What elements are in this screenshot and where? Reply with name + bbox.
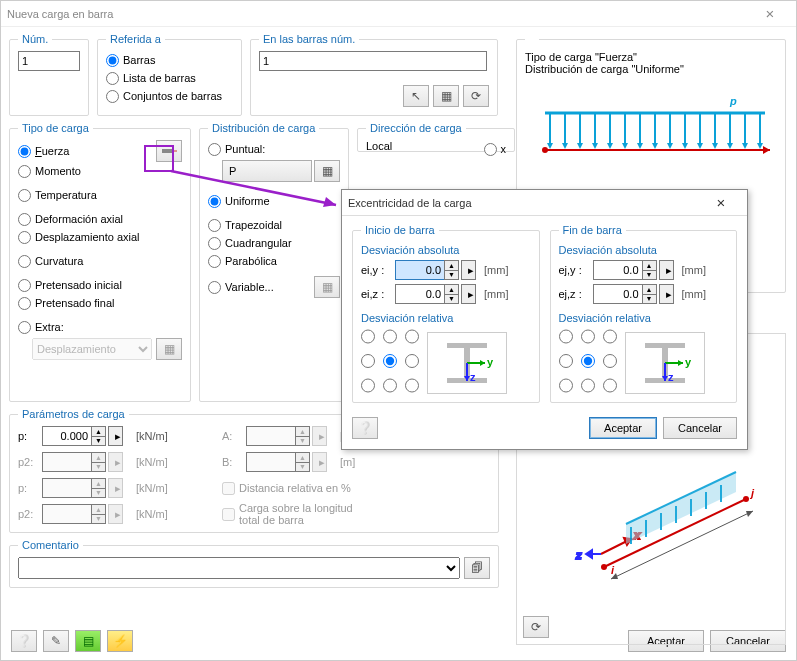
svg-point-35 xyxy=(542,147,548,153)
comment-group: Comentario 🗐 xyxy=(9,539,499,588)
svg-text:y: y xyxy=(487,356,494,368)
param-pp-unit: [kN/m] xyxy=(136,482,182,494)
eiz-unit: [mm] xyxy=(484,288,508,300)
ref-barras[interactable]: Barras xyxy=(106,51,233,69)
inicio-rel-grid[interactable] xyxy=(361,328,419,394)
tipo-curvatura[interactable]: Curvatura xyxy=(18,252,182,270)
svg-text:z: z xyxy=(470,371,476,383)
preview-p-label: p xyxy=(729,95,737,107)
footer-green-icon[interactable]: ▤ xyxy=(75,630,101,652)
pick-icon[interactable]: ↖ xyxy=(403,85,429,107)
footer-help-icon[interactable]: ❔ xyxy=(11,630,37,652)
dist-variable[interactable]: Variable... xyxy=(208,278,274,296)
svg-marker-74 xyxy=(678,360,683,366)
eiz-label: ei,z : xyxy=(361,288,391,300)
param-p-unit: [kN/m] xyxy=(136,430,182,442)
ref-conjuntos[interactable]: Conjuntos de barras xyxy=(106,87,233,105)
dir-x[interactable]: x xyxy=(484,140,507,158)
fin-group: Fin de barra Desviación absoluta ej,y : … xyxy=(550,224,738,403)
modal-cancel-button[interactable]: Cancelar xyxy=(663,417,737,439)
tipo-fuerza[interactable]: FFuerzauerza xyxy=(18,142,69,160)
fin-rel-grid[interactable] xyxy=(559,328,617,394)
ejz-label: ej,z : xyxy=(559,288,589,300)
full-check: Carga sobre la longitud total de barra xyxy=(222,505,366,523)
modal-accept-button[interactable]: Aceptar xyxy=(589,417,657,439)
param-p2-unit: [kN/m] xyxy=(136,456,182,468)
svg-marker-19 xyxy=(562,143,568,149)
dir-local: Local xyxy=(366,140,392,158)
num-legend: Núm. xyxy=(18,33,52,45)
ejz-spinner[interactable]: ▲▼▸ xyxy=(593,284,674,304)
preview-line1: Tipo de carga "Fuerza" xyxy=(525,51,777,63)
tipo-extra[interactable]: Extra: xyxy=(18,318,182,336)
extra-combo: Desplazamiento xyxy=(32,338,152,360)
highlight-arrow xyxy=(151,157,351,217)
eiy-unit: [mm] xyxy=(484,264,508,276)
svg-marker-27 xyxy=(682,143,688,149)
modal-close-icon[interactable]: × xyxy=(701,194,741,211)
svg-marker-65 xyxy=(480,360,485,366)
comment-legend: Comentario xyxy=(18,539,83,551)
tipo-prefinal[interactable]: Pretensado final xyxy=(18,294,182,312)
close-icon[interactable]: × xyxy=(750,5,790,22)
svg-marker-47 xyxy=(626,472,736,544)
num-group: Núm. xyxy=(9,33,89,116)
eccentricity-modal: Excentricidad de la carga × Inicio de ba… xyxy=(341,189,748,450)
help-icon[interactable]: ❔ xyxy=(352,417,378,439)
referida-group: Referida a Barras Lista de barras Conjun… xyxy=(97,33,242,116)
svg-marker-24 xyxy=(637,143,643,149)
num-input[interactable] xyxy=(18,51,80,71)
param-pp2-label: p2: xyxy=(18,508,42,520)
svg-marker-29 xyxy=(712,143,718,149)
param-p-spinner[interactable]: ▲▼▸ xyxy=(42,426,132,446)
main-titlebar: Nueva carga en barra × xyxy=(1,1,796,27)
eiy-spinner[interactable]: ▲▼▸ xyxy=(395,260,476,280)
svg-text:y: y xyxy=(685,356,692,368)
svg-marker-34 xyxy=(763,146,770,154)
comment-icon[interactable]: 🗐 xyxy=(464,557,490,579)
footer-edit-icon[interactable]: ✎ xyxy=(43,630,69,652)
dist-parabolica[interactable]: Parabólica xyxy=(208,252,340,270)
param-B-spinner: ▲▼▸ xyxy=(246,452,336,472)
ejy-spinner[interactable]: ▲▼▸ xyxy=(593,260,674,280)
list-icon[interactable]: ⟳ xyxy=(463,85,489,107)
fin-section-thumb: y z xyxy=(625,332,705,394)
dist-cuadrangular[interactable]: Cuadrangular xyxy=(208,234,340,252)
extra-icon: ▦ xyxy=(156,338,182,360)
ref-lista[interactable]: Lista de barras xyxy=(106,69,233,87)
param-pp-label: p: xyxy=(18,482,42,494)
fin-rel-label: Desviación relativa xyxy=(559,312,729,324)
clear-icon[interactable]: ▦ xyxy=(433,85,459,107)
inicio-section-thumb: y z xyxy=(427,332,507,394)
preview-diagram: p xyxy=(525,75,775,195)
svg-marker-18 xyxy=(547,143,553,149)
svg-marker-22 xyxy=(607,143,613,149)
referida-legend: Referida a xyxy=(106,33,165,45)
enbarras-group: En las barras núm. ↖ ▦ ⟳ xyxy=(250,33,498,116)
main-window: Nueva carga en barra × Núm. Referida a B… xyxy=(0,0,797,661)
variable-icon: ▦ xyxy=(314,276,340,298)
dir-legend: Dirección de carga xyxy=(366,122,466,134)
inicio-legend: Inicio de barra xyxy=(361,224,439,236)
svg-line-59 xyxy=(171,171,336,205)
enbarras-input[interactable] xyxy=(259,51,487,71)
svg-marker-30 xyxy=(727,143,733,149)
eiz-spinner[interactable]: ▲▼▸ xyxy=(395,284,476,304)
tipo-despaxial[interactable]: Desplazamiento axial xyxy=(18,228,182,246)
tipo-preinicial[interactable]: Pretensado inicial xyxy=(18,276,182,294)
dist-puntual[interactable]: Puntual: xyxy=(208,140,265,158)
enbarras-legend: En las barras núm. xyxy=(259,33,359,45)
window-title: Nueva carga en barra xyxy=(7,8,113,20)
comment-combo[interactable] xyxy=(18,557,460,579)
ejz-unit: [mm] xyxy=(682,288,706,300)
param-A-spinner: ▲▼▸ xyxy=(246,426,336,446)
svg-marker-40 xyxy=(586,550,592,558)
footer-yellow-icon[interactable]: ⚡ xyxy=(107,630,133,652)
dist-trapezoidal[interactable]: Trapezoidal xyxy=(208,216,340,234)
param-p2-label: p2: xyxy=(18,456,42,468)
preview-refresh-icon[interactable]: ⟳ xyxy=(523,616,549,638)
rel-check: Distancia relativa en % xyxy=(222,479,366,497)
svg-text:z: z xyxy=(575,549,582,561)
svg-marker-21 xyxy=(592,143,598,149)
fin-legend: Fin de barra xyxy=(559,224,626,236)
